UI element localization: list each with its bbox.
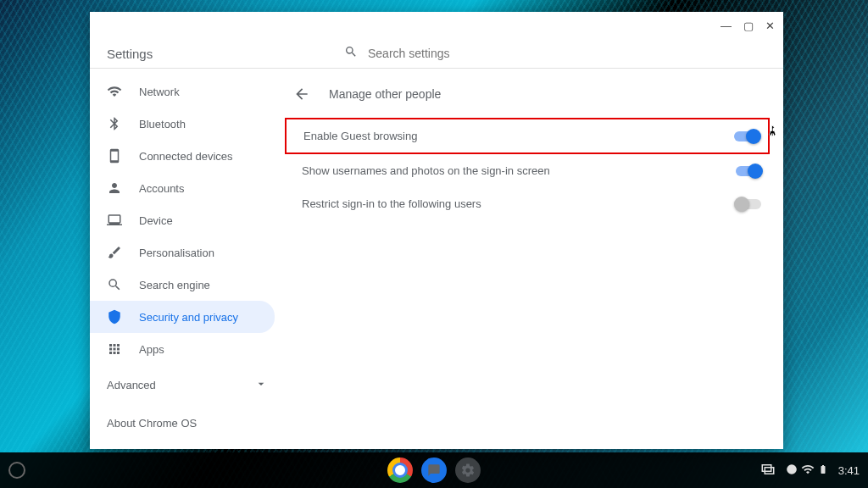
toggle-show-usernames[interactable] (736, 166, 761, 176)
sidebar-label: Connected devices (139, 150, 233, 163)
taskbar: 3:41 (0, 452, 868, 488)
sidebar-label: Device (139, 214, 173, 227)
close-button[interactable]: ✕ (765, 19, 775, 32)
sidebar-item-apps[interactable]: Apps (90, 333, 275, 365)
setting-label: Enable Guest browsing (303, 130, 417, 142)
setting-show-usernames: Show usernames and photos on the sign-in… (285, 154, 770, 187)
battery-icon (818, 463, 828, 479)
overview-icon[interactable] (760, 462, 776, 480)
messages-icon[interactable] (421, 458, 447, 483)
toggle-restrict-signin (736, 199, 761, 209)
sidebar-about[interactable]: About Chrome OS (90, 405, 285, 441)
chrome-icon[interactable] (387, 458, 413, 483)
search-input[interactable] (368, 47, 588, 60)
setting-label: Show usernames and photos on the sign-in… (302, 164, 550, 177)
sidebar-label: Security and privacy (139, 311, 238, 324)
sidebar-item-network[interactable]: Network (90, 75, 275, 108)
maximize-button[interactable]: ▢ (743, 19, 754, 32)
search-icon (107, 277, 122, 292)
brush-icon (107, 245, 122, 260)
back-button[interactable] (290, 82, 314, 106)
notification-icon (786, 463, 798, 478)
page-title: Settings (107, 47, 344, 61)
content: Manage other people Enable Guest browsin… (285, 69, 783, 449)
search-icon (344, 45, 358, 62)
setting-guest-browsing: Enable Guest browsing (285, 118, 770, 154)
shield-icon (107, 309, 122, 324)
minimize-button[interactable]: — (721, 19, 732, 32)
sidebar-label: Apps (139, 343, 164, 356)
clock: 3:41 (838, 464, 860, 477)
settings-window: — ▢ ✕ Settings Network Bluetooth Connect… (90, 12, 783, 449)
sidebar-item-bluetooth[interactable]: Bluetooth (90, 108, 275, 140)
titlebar: — ▢ ✕ (90, 12, 783, 39)
svg-point-0 (787, 464, 797, 474)
sidebar-item-device[interactable]: Device (90, 204, 275, 236)
setting-label: Restrict sign-in to the following users (302, 197, 481, 210)
devices-icon (107, 148, 122, 164)
subheader-title: Manage other people (329, 87, 441, 101)
system-tray[interactable]: 3:41 (760, 462, 860, 480)
wifi-tray-icon (801, 463, 815, 479)
shelf-apps (387, 458, 481, 483)
chevron-down-icon (254, 377, 268, 393)
sidebar-item-security[interactable]: Security and privacy (90, 301, 275, 333)
header: Settings (90, 39, 783, 68)
wifi-icon (107, 84, 122, 99)
advanced-label: Advanced (107, 379, 156, 391)
sidebar-item-search-engine[interactable]: Search engine (90, 269, 275, 301)
sidebar-label: Accounts (139, 182, 184, 195)
sidebar-label: Personalisation (139, 247, 214, 259)
sidebar-item-personalisation[interactable]: Personalisation (90, 236, 275, 269)
settings-icon[interactable] (455, 458, 481, 483)
search-box[interactable] (344, 45, 588, 62)
sidebar-advanced[interactable]: Advanced (90, 365, 285, 405)
sidebar: Network Bluetooth Connected devices Acco… (90, 69, 285, 449)
about-label: About Chrome OS (107, 417, 197, 430)
sidebar-label: Network (139, 86, 180, 98)
subheader: Manage other people (285, 75, 770, 118)
sidebar-item-accounts[interactable]: Accounts (90, 172, 275, 204)
sidebar-label: Search engine (139, 279, 210, 291)
sidebar-item-connected-devices[interactable]: Connected devices (90, 140, 275, 172)
bluetooth-icon (107, 116, 122, 131)
setting-restrict-signin: Restrict sign-in to the following users (285, 187, 770, 220)
launcher-button[interactable] (8, 462, 25, 479)
sidebar-label: Bluetooth (139, 118, 186, 130)
person-icon (107, 180, 122, 196)
toggle-guest-browsing[interactable] (734, 131, 760, 141)
apps-icon (107, 341, 122, 357)
laptop-icon (107, 213, 122, 228)
